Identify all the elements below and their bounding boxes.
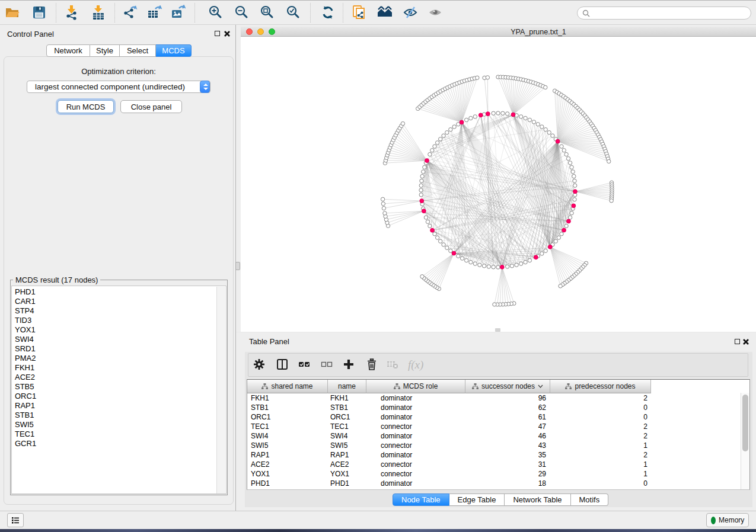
table-row[interactable]: RAP1RAP1dominator352 — [247, 450, 739, 460]
vertical-splitter-handle[interactable] — [235, 262, 240, 270]
network-overview-icon[interactable] — [377, 5, 393, 20]
mcds-result-item[interactable]: TEC1 — [15, 430, 226, 439]
table-cell[interactable]: 2 — [550, 393, 651, 403]
open-folder-icon[interactable] — [5, 5, 20, 20]
table-row[interactable]: ACE2ACE2connector311 — [247, 460, 739, 469]
table-row[interactable]: ORC1ORC1dominator610 — [247, 412, 739, 422]
tab-network-table[interactable]: Network Table — [505, 493, 570, 506]
column-header-predecessor-nodes[interactable]: predecessor nodes — [550, 380, 651, 393]
task-history-button[interactable] — [7, 513, 24, 527]
table-cell[interactable]: RAP1 — [247, 450, 328, 460]
table-cell[interactable]: STB1 — [247, 403, 328, 412]
zoom-out-icon[interactable] — [234, 5, 250, 20]
table-cell[interactable]: TEC1 — [247, 422, 328, 431]
mcds-result-item[interactable]: ACE2 — [15, 373, 226, 382]
tab-select[interactable]: Select — [120, 44, 156, 57]
table-cell[interactable]: 29 — [465, 469, 550, 479]
close-window-icon[interactable] — [246, 28, 253, 35]
mcds-result-item[interactable]: RAP1 — [15, 401, 226, 411]
horizontal-splitter-handle[interactable] — [495, 328, 500, 332]
table-cell[interactable]: STB1 — [328, 403, 366, 412]
table-cell[interactable]: SWI4 — [247, 431, 328, 441]
table-cell[interactable]: YOX1 — [328, 469, 366, 479]
mcds-result-item[interactable]: SWI5 — [15, 420, 226, 430]
float-panel-icon[interactable] — [215, 31, 220, 36]
table-cell[interactable]: 1 — [550, 460, 651, 469]
tab-network[interactable]: Network — [46, 44, 90, 57]
table-cell[interactable]: 2 — [550, 450, 651, 460]
close-table-panel-icon[interactable] — [742, 338, 749, 345]
column-header-MCDS-role[interactable]: MCDS role — [366, 380, 465, 393]
mcds-result-item[interactable]: SWI4 — [15, 335, 226, 344]
mcds-result-item[interactable]: FKH1 — [15, 363, 226, 373]
delete-column-icon[interactable] — [366, 358, 378, 370]
refresh-icon[interactable] — [320, 5, 336, 20]
memory-button[interactable]: Memory — [706, 513, 749, 527]
table-cell[interactable]: 43 — [465, 441, 550, 450]
tab-node-table[interactable]: Node Table — [393, 493, 449, 506]
gear-icon[interactable] — [253, 358, 265, 370]
maximize-window-icon[interactable] — [269, 28, 275, 35]
horizontal-splitter[interactable] — [236, 332, 756, 332]
close-panel-button[interactable]: Close panel — [120, 100, 182, 113]
zoom-in-icon[interactable] — [208, 5, 224, 20]
table-cell[interactable]: ORC1 — [328, 412, 366, 422]
table-cell[interactable]: 61 — [465, 412, 550, 422]
mcds-result-item[interactable]: PHD1 — [15, 287, 226, 297]
table-cell[interactable]: 0 — [550, 403, 651, 412]
zoom-fit-icon[interactable] — [260, 5, 275, 20]
mcds-result-item[interactable]: TID3 — [15, 316, 226, 325]
eye-icon[interactable] — [428, 5, 443, 20]
column-header-name[interactable]: name — [328, 380, 366, 393]
table-cell[interactable]: connector — [366, 441, 465, 450]
table-cell[interactable]: FKH1 — [247, 393, 328, 403]
table-cell[interactable]: 31 — [465, 460, 550, 469]
save-icon[interactable] — [31, 5, 47, 20]
table-cell[interactable]: SWI5 — [247, 441, 328, 450]
optimization-dropdown[interactable]: largest connected component (undirected) — [27, 81, 210, 93]
table-cell[interactable]: 2 — [550, 431, 651, 441]
table-cell[interactable]: YOX1 — [247, 469, 328, 479]
table-row[interactable]: TEC1TEC1connector472 — [247, 422, 739, 431]
table-cell[interactable]: SWI5 — [328, 441, 366, 450]
select-all-icon[interactable] — [298, 358, 310, 370]
network-window-titlebar[interactable] — [241, 27, 756, 37]
export-network-icon[interactable] — [123, 5, 138, 20]
delete-table-icon[interactable] — [387, 358, 398, 370]
export-image-icon[interactable] — [170, 5, 186, 20]
mcds-result-item[interactable]: ORC1 — [15, 392, 226, 401]
table-cell[interactable]: PHD1 — [247, 479, 328, 488]
mcds-list-scrollbar[interactable] — [216, 287, 225, 494]
tab-motifs[interactable]: Motifs — [571, 493, 609, 506]
mcds-result-item[interactable]: PMA2 — [15, 354, 226, 363]
split-columns-icon[interactable] — [276, 358, 288, 370]
table-cell[interactable]: 96 — [465, 393, 550, 403]
mcds-result-list[interactable]: PHD1CAR1STP4TID3YOX1SWI4SRD1PMA2FKH1ACE2… — [11, 286, 227, 494]
table-cell[interactable]: 62 — [465, 403, 550, 412]
import-table-icon[interactable] — [91, 5, 106, 20]
float-table-panel-icon[interactable] — [735, 339, 740, 344]
table-cell[interactable]: dominator — [366, 450, 465, 460]
import-network-icon[interactable] — [64, 5, 79, 20]
table-row[interactable]: SWI4SWI4dominator462 — [247, 431, 739, 441]
network-view[interactable] — [241, 37, 756, 332]
table-scrollbar[interactable] — [741, 393, 749, 489]
table-cell[interactable]: dominator — [366, 403, 465, 412]
table-cell[interactable]: PHD1 — [328, 479, 366, 488]
table-cell[interactable]: dominator — [366, 393, 465, 403]
mcds-result-item[interactable]: STB5 — [15, 382, 226, 392]
minimize-window-icon[interactable] — [257, 28, 264, 35]
table-cell[interactable]: connector — [366, 469, 465, 479]
mcds-result-item[interactable]: STP4 — [15, 306, 226, 316]
table-cell[interactable]: 47 — [465, 422, 550, 431]
table-cell[interactable]: 0 — [550, 479, 651, 488]
table-cell[interactable]: connector — [366, 422, 465, 431]
tab-mcds[interactable]: MCDS — [156, 44, 192, 57]
mcds-result-item[interactable]: STB1 — [15, 411, 226, 420]
close-panel-icon[interactable] — [224, 30, 231, 37]
share-document-icon[interactable] — [352, 5, 367, 20]
table-row[interactable]: FKH1FKH1dominator962 — [247, 393, 739, 403]
table-row[interactable]: YOX1YOX1connector291 — [247, 469, 739, 479]
table-cell[interactable]: 1 — [550, 441, 651, 450]
table-cell[interactable]: TEC1 — [328, 422, 366, 431]
